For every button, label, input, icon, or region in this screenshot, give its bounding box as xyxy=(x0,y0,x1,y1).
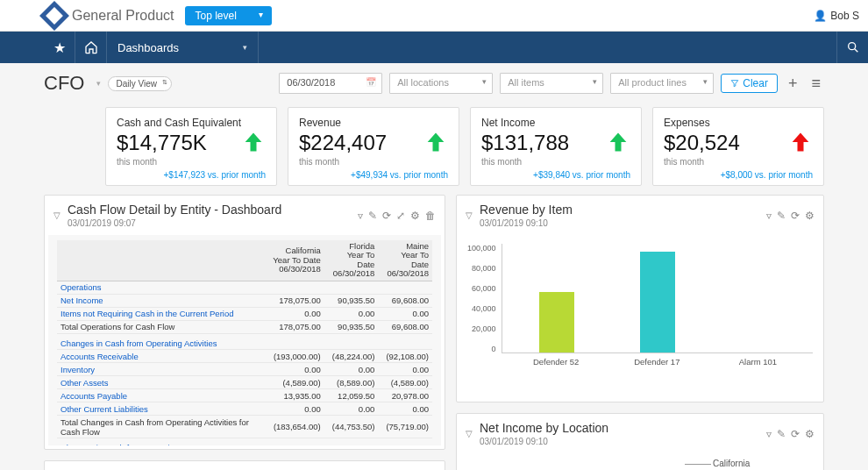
row-label: Total Changes in Cash from Operating Act… xyxy=(57,416,268,438)
settings-icon[interactable]: ⚙ xyxy=(410,210,420,222)
row-label[interactable]: Operations xyxy=(57,281,268,294)
widget-timestamp: 03/01/2019 09:10 xyxy=(480,437,608,446)
trend-arrow-icon xyxy=(788,130,813,154)
table-cell: (44,753.50) xyxy=(324,416,379,438)
nav-dashboards[interactable]: Dashboards xyxy=(107,32,259,63)
table-cell: (48,224.00) xyxy=(324,350,379,363)
filter-icon[interactable]: ▿ xyxy=(766,428,772,440)
table-row: Changes in Cash from Operating Activitie… xyxy=(57,337,432,350)
kpi-value: $14,775K xyxy=(117,131,241,155)
widget-title: Revenue by Item xyxy=(480,203,573,217)
collapse-toggle-icon[interactable]: ▽ xyxy=(466,210,480,220)
x-tick-label: Alarm 101 xyxy=(721,357,795,367)
filter-items[interactable]: All items xyxy=(500,73,603,94)
expand-icon[interactable]: ⤢ xyxy=(396,210,405,222)
settings-icon[interactable]: ⚙ xyxy=(805,210,815,222)
kpi-compare: +$8,000 vs. prior month xyxy=(664,170,813,180)
filter-product-lines[interactable]: All product lines xyxy=(610,73,714,94)
kpi-card[interactable]: Cash and Cash Equivalent$14,775Kthis mon… xyxy=(105,107,277,186)
table-cell: (8,589.00) xyxy=(324,376,379,389)
table-cell xyxy=(378,337,432,350)
table-cell: 0.00 xyxy=(324,363,379,376)
filter-date[interactable]: 06/30/2018 xyxy=(279,73,382,94)
table-cell xyxy=(268,281,324,294)
table-cell: 0.00 xyxy=(268,307,324,320)
table-cell: 0.00 xyxy=(324,402,379,416)
widget-timestamp: 03/01/2019 09:07 xyxy=(68,218,281,228)
kpi-card[interactable]: Expenses$20,524this month+$8,000 vs. pri… xyxy=(652,107,824,186)
table-cell: 20,978.00 xyxy=(378,389,432,402)
nav-favorites-icon[interactable]: ★ xyxy=(44,32,75,63)
table-cell: 69,608.00 xyxy=(378,294,432,307)
table-row: Accounts Payable13,935.0012,059.5020,978… xyxy=(57,389,432,402)
y-tick-label: 40,000 xyxy=(467,304,496,313)
row-label[interactable]: Net Income xyxy=(57,294,268,307)
y-tick-label: 60,000 xyxy=(467,284,496,293)
kpi-value: $20,524 xyxy=(664,131,788,155)
refresh-icon[interactable]: ⟳ xyxy=(791,428,800,440)
filter-icon[interactable]: ▿ xyxy=(358,210,363,222)
table-cell: (193,000.00) xyxy=(268,350,324,363)
widget-title: Cash Flow Detail by Entity - Dashboard xyxy=(68,203,281,217)
chart-bar[interactable] xyxy=(539,292,574,352)
kpi-compare: +$39,840 vs. prior month xyxy=(481,170,630,180)
kpi-value: $224,407 xyxy=(299,131,423,155)
table-row: Inventory0.000.000.00 xyxy=(57,363,432,376)
brand-name: General Product xyxy=(72,8,174,24)
collapse-toggle-icon[interactable]: ▽ xyxy=(53,210,68,220)
chart-bar[interactable] xyxy=(640,252,675,352)
delete-icon[interactable]: 🗑 xyxy=(425,210,436,222)
view-select[interactable]: Daily View xyxy=(108,76,172,91)
edit-icon[interactable]: ✎ xyxy=(368,210,377,222)
kpi-label: Cash and Cash Equivalent xyxy=(117,117,266,129)
row-label[interactable]: Changes in Cash from Operating Activitie… xyxy=(57,337,268,350)
table-cell: 13,935.00 xyxy=(268,389,324,402)
table-row: Accounts Receivable(193,000.00)(48,224.0… xyxy=(57,350,432,363)
settings-icon[interactable]: ⚙ xyxy=(805,428,815,440)
table-cell: 178,075.00 xyxy=(268,320,324,333)
brand-logo-icon xyxy=(39,1,69,31)
table-cell xyxy=(324,442,379,445)
title-sep-icon: ▾ xyxy=(96,79,101,88)
nav-search-icon[interactable] xyxy=(836,32,868,63)
table-row: Changes in Cash from Investing xyxy=(57,442,432,445)
row-label[interactable]: Changes in Cash from Investing xyxy=(57,442,268,445)
user-icon xyxy=(814,10,830,22)
funnel-icon xyxy=(730,79,739,88)
filter-icon[interactable]: ▿ xyxy=(766,210,772,222)
row-label[interactable]: Accounts Payable xyxy=(57,389,268,402)
edit-icon[interactable]: ✎ xyxy=(777,210,786,222)
table-cell: 69,608.00 xyxy=(378,320,432,333)
table-cell xyxy=(268,337,324,350)
kpi-card[interactable]: Revenue$224,407this month+$49,934 vs. pr… xyxy=(288,107,459,186)
table-cell xyxy=(378,281,432,294)
row-label[interactable]: Other Assets xyxy=(57,376,268,389)
user-menu[interactable]: Bob S xyxy=(814,10,859,22)
refresh-icon[interactable]: ⟳ xyxy=(791,210,800,222)
top-level-select[interactable]: Top level xyxy=(185,6,272,25)
table-cell: 0.00 xyxy=(268,402,324,416)
row-label[interactable]: Other Current Liabilities xyxy=(57,402,268,416)
kpi-sublabel: this month xyxy=(299,157,448,167)
table-cell: 0.00 xyxy=(324,307,379,320)
row-label[interactable]: Items not Requiring Cash in the Current … xyxy=(57,307,268,320)
nav-home-icon[interactable] xyxy=(75,32,107,63)
table-row: Net Income178,075.0090,935.5069,608.00 xyxy=(57,294,432,307)
kpi-compare: +$147,923 vs. prior month xyxy=(117,170,266,180)
refresh-icon[interactable]: ⟳ xyxy=(382,210,391,222)
clear-button[interactable]: Clear xyxy=(721,74,778,93)
filter-locations[interactable]: All locations xyxy=(389,73,493,94)
more-menu-icon[interactable]: ≡ xyxy=(808,75,824,93)
trend-arrow-icon xyxy=(241,130,266,154)
edit-icon[interactable]: ✎ xyxy=(777,428,786,440)
table-row: Operations xyxy=(57,281,432,294)
svg-line-1 xyxy=(854,49,857,53)
row-label[interactable]: Inventory xyxy=(57,363,268,376)
row-label[interactable]: Accounts Receivable xyxy=(57,350,268,363)
widget-cash-flow-detail: ▽ Cash Flow Detail by Entity - Dashboard… xyxy=(44,195,445,450)
kpi-card[interactable]: Net Income$131,788this month+$39,840 vs.… xyxy=(470,107,642,186)
collapse-toggle-icon[interactable]: ▽ xyxy=(466,429,480,438)
add-widget-button[interactable]: + xyxy=(785,75,801,93)
table-cell xyxy=(268,442,324,445)
table-cell: 178,075.00 xyxy=(268,294,324,307)
